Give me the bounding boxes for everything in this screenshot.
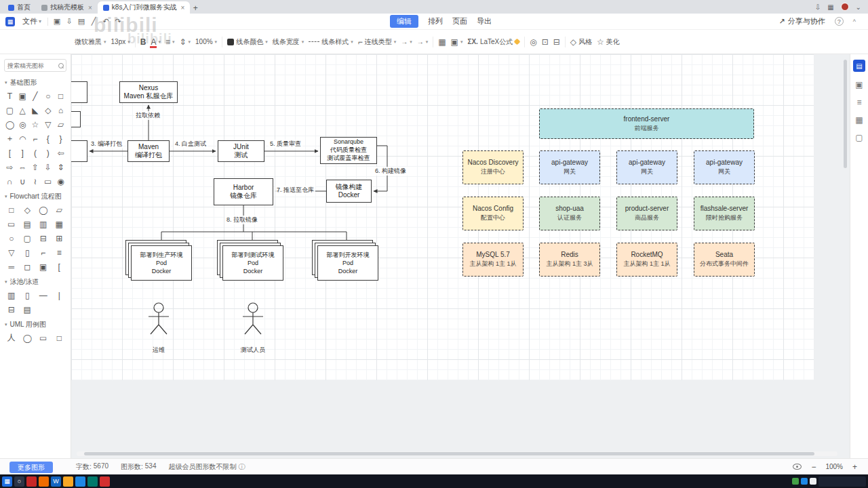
shape-icon[interactable]: ◯ [22, 332, 33, 344]
preview-eye-icon[interactable] [793, 464, 802, 470]
shape-icon[interactable]: 人 [5, 332, 17, 344]
service-flashsale-server[interactable]: flashsale-server 限时抢购服务 [694, 197, 755, 230]
collapse-icon[interactable]: ^ [853, 18, 856, 25]
scrollbar-thumb[interactable] [844, 60, 847, 168]
search-taskbar-icon[interactable]: ○ [14, 476, 24, 487]
shape-icon[interactable]: ▢ [22, 232, 33, 244]
edge-label-step8[interactable]: 8. 拉取镜像 [225, 216, 259, 224]
shape-icon[interactable]: ▭ [37, 332, 49, 344]
line-color-select[interactable]: 线条颜色▾ [227, 37, 268, 47]
font-family-select[interactable]: 微软雅黑▾ [75, 37, 106, 47]
taskbar-app-icon[interactable] [63, 476, 73, 487]
line-width-select[interactable]: 线条宽度▾ [273, 37, 304, 47]
vertical-scrollbar[interactable] [843, 60, 848, 436]
flow-node-partial[interactable] [71, 111, 81, 127]
image-button[interactable]: ▣▾ [451, 37, 463, 47]
shape-icon[interactable]: ▥ [37, 218, 49, 230]
help-button[interactable]: ? [835, 17, 844, 26]
service-frontend[interactable]: frontend-server 前端服务 [539, 108, 754, 139]
section-basic-shapes[interactable]: ▾基础图形 [0, 75, 71, 89]
shape-icon[interactable]: [ [4, 147, 16, 159]
shape-icon[interactable]: ▤ [22, 304, 33, 315]
pages-panel-button[interactable]: ▤ [853, 60, 865, 72]
close-icon[interactable]: × [88, 4, 92, 12]
service-product-server[interactable]: product-server 商品服务 [616, 197, 677, 230]
taskbar-app-icon[interactable] [75, 476, 85, 487]
shape-icon[interactable]: □ [54, 332, 65, 344]
shape-icon[interactable]: ▽ [5, 247, 17, 258]
shape-icon[interactable]: ▭ [5, 218, 17, 230]
shape-icon[interactable]: ( [29, 147, 41, 159]
shape-icon[interactable]: ╱ [29, 90, 41, 102]
shape-icon[interactable]: ◻ [22, 261, 33, 272]
file-menu[interactable]: 文件 ▾ [19, 16, 45, 26]
shape-icon[interactable]: ≡ [54, 247, 65, 258]
scrollbar-thumb[interactable] [84, 452, 814, 455]
service-api-gateway-2[interactable]: api-gateway 网关 [616, 150, 677, 184]
shape-icon[interactable]: ⇨ [4, 161, 16, 173]
search-input[interactable] [7, 62, 56, 69]
zoom-out-button[interactable]: − [811, 462, 816, 472]
preview-tool-button[interactable]: ◎ [530, 37, 536, 47]
opacity-select[interactable]: 100%▾ [195, 38, 217, 45]
shape-icon[interactable]: □ [55, 90, 66, 102]
grid-icon[interactable]: ▦ [855, 115, 863, 125]
shape-icon[interactable]: ⇦ [55, 147, 66, 159]
edge-label-step6[interactable]: 6. 构建镜像 [374, 167, 408, 176]
shape-icon[interactable]: T [4, 90, 16, 102]
shape-icon[interactable]: ) [42, 147, 54, 159]
shape-icon[interactable]: ▽ [42, 119, 54, 130]
flow-node-junit[interactable]: JUnit 测试 [218, 140, 264, 162]
service-api-gateway-1[interactable]: api-gateway 网关 [539, 150, 600, 184]
taskbar-app-icon[interactable] [87, 476, 98, 487]
outline-icon[interactable]: ≡ [856, 98, 861, 107]
flow-node-deploy-prod[interactable]: 部署到生产环境 Pod Docker [131, 245, 192, 281]
shape-icon[interactable]: ▱ [55, 119, 66, 130]
diagram-page[interactable]: Nexus Maven 私服仓库 Maven 编译打包 JUnit 测试 Son… [71, 54, 814, 380]
redo-button[interactable]: ↷ [112, 16, 124, 28]
shape-icon[interactable]: ▱ [54, 204, 65, 216]
notes-icon[interactable]: ▢ [855, 133, 863, 142]
arrow-start-select[interactable]: →▾ [401, 38, 412, 45]
edge-label-pull-dep[interactable]: 拉取依赖 [134, 111, 161, 120]
shape-icon[interactable]: ≀ [29, 176, 41, 187]
shape-icon[interactable]: ○ [42, 90, 54, 102]
flow-node-harbor[interactable]: Harbor 镜像仓库 [214, 178, 273, 205]
flow-node-maven[interactable]: Maven 编译打包 [127, 140, 170, 162]
shape-icon[interactable]: ◎ [17, 119, 28, 130]
shape-icon[interactable]: ◣ [29, 104, 41, 116]
font-color-button[interactable]: A▾ [151, 37, 161, 47]
service-nacos-config[interactable]: Nacos Config 配置中心 [462, 197, 524, 230]
canvas-workspace[interactable]: Nexus Maven 私服仓库 Maven 编译打包 JUnit 测试 Son… [71, 54, 850, 458]
panel-icon[interactable]: ▣ [855, 80, 863, 89]
section-swimlane[interactable]: ▾泳池/泳道 [0, 274, 71, 288]
shape-icon[interactable]: □ [5, 204, 17, 216]
align-button[interactable]: ≡▾ [165, 37, 175, 47]
service-redis[interactable]: Redis 主从架构 1主 3从 [539, 243, 600, 277]
tab-template[interactable]: 找稿壳模板 × [36, 1, 98, 14]
start-button[interactable]: ▦ [2, 476, 12, 487]
shape-icon[interactable]: ⌂ [55, 104, 66, 116]
shape-icon[interactable]: ⇩ [42, 161, 54, 173]
shape-icon[interactable]: ◇ [22, 204, 33, 216]
tray-icon[interactable] [792, 478, 799, 485]
new-tab-button[interactable]: + [190, 3, 201, 14]
info-icon[interactable]: ⓘ [239, 462, 245, 472]
table-button[interactable]: ▦ [438, 37, 446, 47]
section-flowchart[interactable]: ▾Flowchart 流程图 [0, 188, 71, 203]
shape-icon[interactable]: ⌐ [37, 247, 49, 258]
shape-icon[interactable]: ⊟ [5, 304, 17, 315]
line-style-select[interactable]: 线条样式▾ [309, 37, 353, 47]
shape-icon[interactable]: ◉ [55, 176, 66, 187]
mode-export[interactable]: 导出 [477, 16, 492, 26]
flow-node-deploy-dev[interactable]: 部署到开发环境 Pod Docker [317, 245, 378, 281]
zoom-level[interactable]: 100% [825, 463, 843, 470]
lock-button[interactable]: ⊡ [542, 37, 549, 47]
shape-icon[interactable]: ○ [5, 232, 17, 244]
shape-icon[interactable]: ◠ [17, 133, 28, 144]
mode-arrange[interactable]: 排列 [428, 16, 443, 26]
shape-icon[interactable]: ☆ [29, 119, 41, 130]
connector-type-select[interactable]: ⌐连线类型▾ [358, 37, 397, 47]
section-uml[interactable]: ▾UML 用例图 [0, 317, 71, 331]
shape-icon[interactable]: ⊞ [54, 232, 65, 244]
